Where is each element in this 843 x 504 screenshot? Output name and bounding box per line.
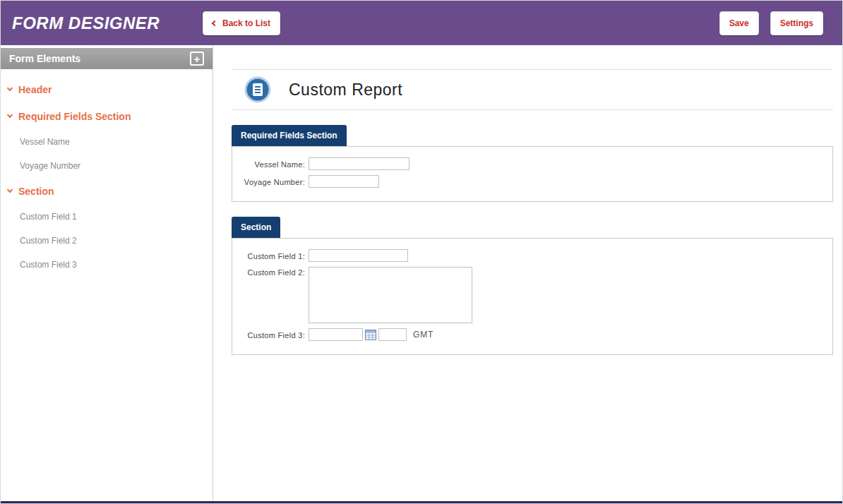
save-button[interactable]: Save	[719, 11, 759, 35]
section-tab-required-fields[interactable]: Required Fields Section	[232, 125, 347, 146]
form-elements-sidebar: Form Elements + Header Required Fields S…	[1, 45, 213, 504]
section-panel-custom: Custom Field 1: Custom Field 2: Custom F…	[232, 238, 833, 355]
tree-item-vessel-name[interactable]: Vessel Name	[1, 130, 213, 154]
tree-group-label: Section	[18, 186, 54, 197]
topbar-actions: Save Settings	[719, 11, 823, 35]
tree-item-custom-field-3[interactable]: Custom Field 3	[1, 253, 213, 277]
tree-group-section[interactable]: Section	[1, 178, 213, 205]
custom-field-1-input[interactable]	[309, 249, 408, 262]
section-tab-custom[interactable]: Section	[232, 217, 280, 238]
custom-field-2-textarea[interactable]	[309, 267, 472, 323]
section-panel-required-fields: Vessel Name: Voyage Number:	[232, 146, 833, 202]
app-title: FORM DESIGNER	[1, 13, 203, 33]
sidebar-header: Form Elements +	[1, 48, 213, 69]
field-row-custom-field-1: Custom Field 1:	[241, 249, 824, 262]
vessel-name-input[interactable]	[309, 157, 409, 170]
add-element-button[interactable]: +	[190, 52, 204, 66]
top-bar: FORM DESIGNER Back to List Save Settings	[1, 1, 842, 45]
field-row-custom-field-3: Custom Field 3: GMT	[241, 328, 824, 341]
tree-group-label: Required Fields Section	[18, 111, 131, 122]
element-tree: Header Required Fields Section Vessel Na…	[1, 69, 213, 277]
custom-field-2-label: Custom Field 2:	[241, 267, 309, 277]
chevron-down-icon	[7, 187, 13, 193]
tree-group-required-fields[interactable]: Required Fields Section	[1, 103, 213, 130]
field-row-voyage-number: Voyage Number:	[241, 175, 824, 188]
voyage-number-label: Voyage Number:	[241, 176, 309, 186]
report-title: Custom Report	[289, 80, 402, 100]
tree-group-header[interactable]: Header	[1, 76, 213, 103]
calendar-icon[interactable]	[365, 330, 376, 340]
section-required-fields: Required Fields Section Vessel Name: Voy…	[232, 125, 833, 202]
back-to-list-button[interactable]: Back to List	[203, 11, 280, 35]
chevron-down-icon	[7, 85, 13, 91]
custom-field-3-label: Custom Field 3:	[241, 330, 309, 340]
chevron-down-icon	[7, 112, 13, 118]
tree-group-label: Header	[18, 84, 52, 95]
timezone-label: GMT	[413, 330, 434, 340]
tree-item-custom-field-1[interactable]: Custom Field 1	[1, 205, 213, 229]
voyage-number-input[interactable]	[309, 175, 379, 188]
sidebar-header-label: Form Elements	[9, 53, 80, 64]
form-preview: Custom Report Required Fields Section Ve…	[213, 45, 842, 504]
field-row-custom-field-2: Custom Field 2:	[241, 267, 824, 323]
report-header: Custom Report	[232, 69, 833, 110]
tree-item-custom-field-2[interactable]: Custom Field 2	[1, 229, 213, 253]
vessel-name-label: Vessel Name:	[241, 159, 309, 169]
chevron-left-icon	[212, 20, 217, 25]
settings-button[interactable]: Settings	[770, 11, 823, 35]
tree-item-voyage-number[interactable]: Voyage Number	[1, 154, 213, 178]
document-icon	[244, 76, 271, 103]
section-custom: Section Custom Field 1: Custom Field 2: …	[232, 217, 833, 355]
field-row-vessel-name: Vessel Name:	[241, 157, 824, 170]
back-to-list-label: Back to List	[222, 18, 270, 28]
custom-field-3-date-input[interactable]	[309, 328, 363, 341]
bottom-border	[1, 501, 842, 503]
page-body: Form Elements + Header Required Fields S…	[1, 45, 842, 504]
custom-field-3-time-input[interactable]	[378, 328, 407, 341]
custom-field-1-label: Custom Field 1:	[241, 251, 309, 260]
